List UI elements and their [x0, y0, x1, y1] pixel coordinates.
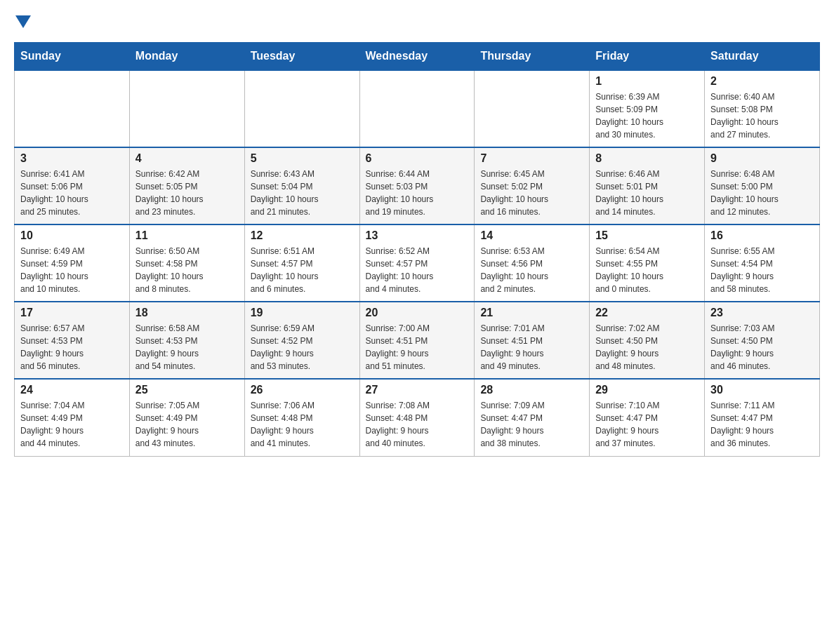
day-info: Sunrise: 6:49 AM Sunset: 4:59 PM Dayligh…: [20, 245, 124, 295]
calendar-cell: 6Sunrise: 6:44 AM Sunset: 5:03 PM Daylig…: [359, 147, 475, 224]
day-info: Sunrise: 6:52 AM Sunset: 4:57 PM Dayligh…: [366, 245, 469, 295]
day-info: Sunrise: 6:59 AM Sunset: 4:52 PM Dayligh…: [251, 322, 354, 373]
weekday-header-sunday: Sunday: [15, 43, 130, 71]
calendar-cell: 4Sunrise: 6:42 AM Sunset: 5:05 PM Daylig…: [129, 147, 244, 224]
calendar-cell: 15Sunrise: 6:54 AM Sunset: 4:55 PM Dayli…: [590, 224, 705, 302]
day-info: Sunrise: 7:08 AM Sunset: 4:48 PM Dayligh…: [366, 399, 469, 450]
day-number: 10: [20, 229, 124, 242]
day-info: Sunrise: 6:44 AM Sunset: 5:03 PM Dayligh…: [366, 168, 469, 218]
weekday-header-monday: Monday: [129, 43, 244, 71]
day-info: Sunrise: 6:45 AM Sunset: 5:02 PM Dayligh…: [480, 168, 583, 218]
calendar-week-row: 17Sunrise: 6:57 AM Sunset: 4:53 PM Dayli…: [15, 302, 820, 379]
weekday-header-thursday: Thursday: [475, 43, 590, 71]
day-info: Sunrise: 6:53 AM Sunset: 4:56 PM Dayligh…: [480, 245, 583, 295]
day-number: 21: [480, 307, 583, 319]
day-info: Sunrise: 7:10 AM Sunset: 4:47 PM Dayligh…: [595, 399, 699, 450]
day-info: Sunrise: 6:55 AM Sunset: 4:54 PM Dayligh…: [710, 245, 814, 295]
calendar-cell: 1Sunrise: 6:39 AM Sunset: 5:09 PM Daylig…: [590, 70, 705, 147]
calendar-cell: 10Sunrise: 6:49 AM Sunset: 4:59 PM Dayli…: [15, 224, 130, 302]
calendar-cell: 8Sunrise: 6:46 AM Sunset: 5:01 PM Daylig…: [590, 147, 705, 224]
calendar-cell: 19Sunrise: 6:59 AM Sunset: 4:52 PM Dayli…: [244, 302, 359, 379]
day-number: 7: [480, 152, 583, 165]
calendar-table: SundayMondayTuesdayWednesdayThursdayFrid…: [14, 42, 820, 457]
day-number: 4: [135, 152, 239, 165]
day-number: 23: [710, 307, 814, 319]
calendar-cell: 29Sunrise: 7:10 AM Sunset: 4:47 PM Dayli…: [590, 379, 705, 456]
day-info: Sunrise: 6:40 AM Sunset: 5:08 PM Dayligh…: [710, 90, 814, 141]
calendar-cell: 26Sunrise: 7:06 AM Sunset: 4:48 PM Dayli…: [244, 379, 359, 456]
day-number: 27: [366, 384, 469, 396]
day-number: 18: [135, 307, 239, 319]
day-number: 20: [366, 307, 469, 319]
day-number: 15: [595, 229, 699, 242]
calendar-cell: 23Sunrise: 7:03 AM Sunset: 4:50 PM Dayli…: [705, 302, 820, 379]
day-number: 22: [595, 307, 699, 319]
calendar-cell: 27Sunrise: 7:08 AM Sunset: 4:48 PM Dayli…: [359, 379, 475, 456]
calendar-cell: 21Sunrise: 7:01 AM Sunset: 4:51 PM Dayli…: [475, 302, 590, 379]
day-number: 16: [710, 229, 814, 242]
day-number: 19: [251, 307, 354, 319]
day-number: 3: [20, 152, 124, 165]
day-number: 30: [710, 384, 814, 396]
day-number: 5: [251, 152, 354, 165]
calendar-cell: [129, 70, 244, 147]
page-header: [14, 14, 820, 28]
day-info: Sunrise: 7:02 AM Sunset: 4:50 PM Dayligh…: [595, 322, 699, 373]
day-number: 24: [20, 384, 124, 396]
day-info: Sunrise: 7:03 AM Sunset: 4:50 PM Dayligh…: [710, 322, 814, 373]
day-info: Sunrise: 6:42 AM Sunset: 5:05 PM Dayligh…: [135, 168, 239, 218]
day-info: Sunrise: 6:43 AM Sunset: 5:04 PM Dayligh…: [251, 168, 354, 218]
calendar-week-row: 3Sunrise: 6:41 AM Sunset: 5:06 PM Daylig…: [15, 147, 820, 224]
day-info: Sunrise: 6:46 AM Sunset: 5:01 PM Dayligh…: [595, 168, 699, 218]
day-info: Sunrise: 6:41 AM Sunset: 5:06 PM Dayligh…: [20, 168, 124, 218]
calendar-cell: [359, 70, 475, 147]
day-info: Sunrise: 7:06 AM Sunset: 4:48 PM Dayligh…: [251, 399, 354, 450]
day-number: 13: [366, 229, 469, 242]
calendar-header-row: SundayMondayTuesdayWednesdayThursdayFrid…: [15, 43, 820, 71]
day-info: Sunrise: 6:58 AM Sunset: 4:53 PM Dayligh…: [135, 322, 239, 373]
day-info: Sunrise: 6:48 AM Sunset: 5:00 PM Dayligh…: [710, 168, 814, 218]
day-info: Sunrise: 6:39 AM Sunset: 5:09 PM Dayligh…: [595, 90, 699, 141]
calendar-cell: 16Sunrise: 6:55 AM Sunset: 4:54 PM Dayli…: [705, 224, 820, 302]
day-info: Sunrise: 6:57 AM Sunset: 4:53 PM Dayligh…: [20, 322, 124, 373]
day-info: Sunrise: 7:01 AM Sunset: 4:51 PM Dayligh…: [480, 322, 583, 373]
weekday-header-tuesday: Tuesday: [244, 43, 359, 71]
day-number: 2: [710, 75, 814, 88]
calendar-cell: [475, 70, 590, 147]
day-number: 11: [135, 229, 239, 242]
calendar-cell: 11Sunrise: 6:50 AM Sunset: 4:58 PM Dayli…: [129, 224, 244, 302]
calendar-cell: 5Sunrise: 6:43 AM Sunset: 5:04 PM Daylig…: [244, 147, 359, 224]
calendar-week-row: 1Sunrise: 6:39 AM Sunset: 5:09 PM Daylig…: [15, 70, 820, 147]
calendar-cell: 25Sunrise: 7:05 AM Sunset: 4:49 PM Dayli…: [129, 379, 244, 456]
calendar-cell: 18Sunrise: 6:58 AM Sunset: 4:53 PM Dayli…: [129, 302, 244, 379]
day-number: 6: [366, 152, 469, 165]
weekday-header-wednesday: Wednesday: [359, 43, 475, 71]
calendar-cell: 13Sunrise: 6:52 AM Sunset: 4:57 PM Dayli…: [359, 224, 475, 302]
calendar-week-row: 24Sunrise: 7:04 AM Sunset: 4:49 PM Dayli…: [15, 379, 820, 456]
logo: [14, 14, 31, 28]
calendar-cell: 20Sunrise: 7:00 AM Sunset: 4:51 PM Dayli…: [359, 302, 475, 379]
weekday-header-saturday: Saturday: [705, 43, 820, 71]
day-info: Sunrise: 7:11 AM Sunset: 4:47 PM Dayligh…: [710, 399, 814, 450]
day-number: 12: [251, 229, 354, 242]
day-info: Sunrise: 7:00 AM Sunset: 4:51 PM Dayligh…: [366, 322, 469, 373]
calendar-cell: 3Sunrise: 6:41 AM Sunset: 5:06 PM Daylig…: [15, 147, 130, 224]
day-info: Sunrise: 7:04 AM Sunset: 4:49 PM Dayligh…: [20, 399, 124, 450]
calendar-cell: 30Sunrise: 7:11 AM Sunset: 4:47 PM Dayli…: [705, 379, 820, 456]
calendar-cell: 7Sunrise: 6:45 AM Sunset: 5:02 PM Daylig…: [475, 147, 590, 224]
calendar-cell: 22Sunrise: 7:02 AM Sunset: 4:50 PM Dayli…: [590, 302, 705, 379]
day-number: 17: [20, 307, 124, 319]
calendar-cell: 24Sunrise: 7:04 AM Sunset: 4:49 PM Dayli…: [15, 379, 130, 456]
day-info: Sunrise: 6:51 AM Sunset: 4:57 PM Dayligh…: [251, 245, 354, 295]
weekday-header-friday: Friday: [590, 43, 705, 71]
calendar-cell: 2Sunrise: 6:40 AM Sunset: 5:08 PM Daylig…: [705, 70, 820, 147]
day-info: Sunrise: 6:50 AM Sunset: 4:58 PM Dayligh…: [135, 245, 239, 295]
day-info: Sunrise: 7:09 AM Sunset: 4:47 PM Dayligh…: [480, 399, 583, 450]
day-number: 14: [480, 229, 583, 242]
day-number: 1: [595, 75, 699, 88]
day-number: 26: [251, 384, 354, 396]
calendar-cell: 12Sunrise: 6:51 AM Sunset: 4:57 PM Dayli…: [244, 224, 359, 302]
calendar-week-row: 10Sunrise: 6:49 AM Sunset: 4:59 PM Dayli…: [15, 224, 820, 302]
day-number: 28: [480, 384, 583, 396]
calendar-cell: 14Sunrise: 6:53 AM Sunset: 4:56 PM Dayli…: [475, 224, 590, 302]
